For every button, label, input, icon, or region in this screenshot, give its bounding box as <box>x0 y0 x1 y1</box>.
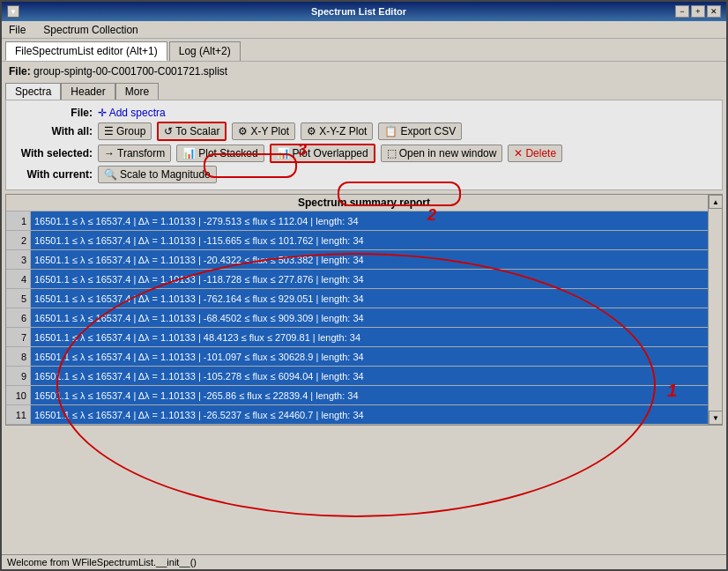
row-data: 16501.1 ≤ λ ≤ 16537.4 | Δλ = 1.10133 | -… <box>31 216 362 226</box>
row-data: 16501.1 ≤ λ ≤ 16537.4 | Δλ = 1.10133 | -… <box>31 352 368 362</box>
sub-tab-bar: Spectra Header More <box>2 81 726 100</box>
add-spectra-button[interactable]: ✛ Add spectra <box>98 107 166 119</box>
row-number: 6 <box>6 308 31 327</box>
row-data: 16501.1 ≤ λ ≤ 16537.4 | Δλ = 1.10133 | -… <box>31 274 368 285</box>
transform-label: Transform <box>117 147 165 159</box>
xyz-plot-label: X-Y-Z Plot <box>319 125 367 137</box>
transform-icon: → <box>104 147 115 159</box>
subtab-header[interactable]: Header <box>61 83 115 100</box>
table-body[interactable]: 116501.1 ≤ λ ≤ 16537.4 | Δλ = 1.10133 | … <box>6 211 722 425</box>
menu-spectrum-collection[interactable]: Spectrum Collection <box>40 23 141 37</box>
with-current-label: With current: <box>13 168 93 181</box>
close-button[interactable]: ✕ <box>707 5 721 18</box>
group-label: Group <box>116 125 145 137</box>
table-row[interactable]: 616501.1 ≤ λ ≤ 16537.4 | Δλ = 1.10133 | … <box>6 308 708 328</box>
with-selected-row: With selected: → Transform 📊 Plot Stacke… <box>13 144 715 163</box>
table-row[interactable]: 516501.1 ≤ λ ≤ 16537.4 | Δλ = 1.10133 | … <box>6 289 708 308</box>
table-row[interactable]: 1016501.1 ≤ λ ≤ 16537.4 | Δλ = 1.10133 |… <box>6 386 708 405</box>
plot-stacked-label: Plot Stacked <box>198 147 257 159</box>
row-data: 16501.1 ≤ λ ≤ 16537.4 | Δλ = 1.10133 | -… <box>31 410 368 420</box>
with-all-row: With all: ☰ Group ↺ To Scalar ⚙ X-Y Plot… <box>13 122 715 141</box>
group-icon: ☰ <box>104 125 114 137</box>
row-data: 16501.1 ≤ λ ≤ 16537.4 | Δλ = 1.10133 | -… <box>31 255 368 265</box>
with-all-label: With all: <box>13 125 93 137</box>
xy-plot-icon: ⚙ <box>238 125 248 137</box>
delete-label: Delete <box>525 147 556 159</box>
table-row[interactable]: 1116501.1 ≤ λ ≤ 16537.4 | Δλ = 1.10133 |… <box>6 405 708 425</box>
row-number: 7 <box>6 328 31 346</box>
delete-icon: ✕ <box>514 147 523 159</box>
xy-plot-button[interactable]: ⚙ X-Y Plot <box>232 122 295 140</box>
plot-overlapped-label: Plot Overlapped <box>293 147 368 159</box>
scale-magnitude-label: Scale to Magnitude <box>120 168 211 181</box>
row-number: 11 <box>6 405 31 424</box>
table-row[interactable]: 416501.1 ≤ λ ≤ 16537.4 | Δλ = 1.10133 | … <box>6 270 708 289</box>
spectrum-table: Spectrum summary report 116501.1 ≤ λ ≤ 1… <box>5 194 723 426</box>
scale-to-magnitude-button[interactable]: 🔍 Scale to Magnitude <box>98 166 217 183</box>
with-current-row: With current: 🔍 Scale to Magnitude <box>13 166 715 183</box>
group-button[interactable]: ☰ Group <box>98 122 152 140</box>
window-title: Spectrum List Editor <box>42 6 675 17</box>
table-row[interactable]: 716501.1 ≤ λ ≤ 16537.4 | Δλ = 1.10133 | … <box>6 328 708 347</box>
maximize-button[interactable]: + <box>691 5 705 18</box>
row-data: 16501.1 ≤ λ ≤ 16537.4 | Δλ = 1.10133 | -… <box>31 293 368 304</box>
export-csv-label: Export CSV <box>400 125 456 137</box>
transform-button[interactable]: → Transform <box>98 145 171 162</box>
with-selected-label: With selected: <box>13 147 93 159</box>
file-path-bar: File: group-spintg-00-C001700-C001721.sp… <box>2 62 726 81</box>
menu-file[interactable]: File <box>5 23 29 37</box>
file-add-row: File: ✛ Add spectra <box>13 107 715 119</box>
scroll-up-button[interactable]: ▲ <box>709 195 723 209</box>
plot-stacked-button[interactable]: 📊 Plot Stacked <box>176 145 264 162</box>
table-row[interactable]: 816501.1 ≤ λ ≤ 16537.4 | Δλ = 1.10133 | … <box>6 347 708 367</box>
main-tab-bar: FileSpectrumList editor (Alt+1) Log (Alt… <box>2 39 726 62</box>
table-row[interactable]: 916501.1 ≤ λ ≤ 16537.4 | Δλ = 1.10133 | … <box>6 367 708 386</box>
title-bar: ▼ Spectrum List Editor − + ✕ <box>2 2 726 21</box>
open-new-window-label: Open in new window <box>399 147 497 159</box>
status-text: Welcome from WFileSpectrumList.__init__(… <box>7 557 197 567</box>
plot-overlapped-icon: 📊 <box>277 147 290 159</box>
minimize-button[interactable]: − <box>675 5 689 18</box>
row-number: 3 <box>6 250 31 269</box>
menu-bar: File Spectrum Collection <box>2 21 726 39</box>
to-scalar-label: To Scalar <box>175 125 219 137</box>
open-new-window-button[interactable]: ⬚ Open in new window <box>381 145 503 162</box>
to-scalar-button[interactable]: ↺ To Scalar <box>157 122 227 141</box>
row-number: 9 <box>6 367 31 385</box>
export-icon: 📋 <box>384 125 397 137</box>
row-number: 8 <box>6 347 31 366</box>
tab-filespectrum-list[interactable]: FileSpectrumList editor (Alt+1) <box>5 41 167 61</box>
subtab-spectra[interactable]: Spectra <box>5 83 61 100</box>
table-row[interactable]: 116501.1 ≤ λ ≤ 16537.4 | Δλ = 1.10133 | … <box>6 211 708 231</box>
scroll-down-button[interactable]: ▼ <box>709 411 723 425</box>
row-number: 4 <box>6 270 31 288</box>
xyz-plot-icon: ⚙ <box>307 125 316 137</box>
row-data: 16501.1 ≤ λ ≤ 16537.4 | Δλ = 1.10133 | 4… <box>31 332 364 343</box>
scrollbar[interactable]: ▲ ▼ <box>708 195 722 425</box>
scroll-track[interactable] <box>709 209 722 411</box>
subtab-more[interactable]: More <box>115 83 159 100</box>
plot-stacked-icon: 📊 <box>182 147 196 159</box>
table-header: Spectrum summary report <box>6 195 722 211</box>
xyz-plot-button[interactable]: ⚙ X-Y-Z Plot <box>301 122 373 140</box>
row-data: 16501.1 ≤ λ ≤ 16537.4 | Δλ = 1.10133 | -… <box>31 390 362 401</box>
status-bar: Welcome from WFileSpectrumList.__init__(… <box>2 554 726 569</box>
row-number: 1 <box>6 211 31 230</box>
to-scalar-icon: ↺ <box>164 125 173 137</box>
table-row[interactable]: 316501.1 ≤ λ ≤ 16537.4 | Δλ = 1.10133 | … <box>6 250 708 270</box>
row-data: 16501.1 ≤ λ ≤ 16537.4 | Δλ = 1.10133 | -… <box>31 313 368 323</box>
file-path-value: group-spintg-00-C001700-C001721.splist <box>33 65 227 78</box>
file-label: File: <box>9 65 31 78</box>
toolbar-area: File: ✛ Add spectra With all: ☰ Group ↺ … <box>5 100 723 190</box>
tab-log[interactable]: Log (Alt+2) <box>169 41 241 61</box>
row-data: 16501.1 ≤ λ ≤ 16537.4 | Δλ = 1.10133 | -… <box>31 235 368 246</box>
xy-plot-label: X-Y Plot <box>250 125 289 137</box>
window-icon: ▼ <box>7 5 19 18</box>
table-row[interactable]: 216501.1 ≤ λ ≤ 16537.4 | Δλ = 1.10133 | … <box>6 231 708 250</box>
plot-overlapped-button[interactable]: 📊 Plot Overlapped <box>270 144 375 163</box>
scale-icon: 🔍 <box>104 168 117 181</box>
row-number: 2 <box>6 231 31 249</box>
row-number: 5 <box>6 289 31 308</box>
export-csv-button[interactable]: 📋 Export CSV <box>378 122 462 140</box>
delete-button[interactable]: ✕ Delete <box>508 145 562 162</box>
